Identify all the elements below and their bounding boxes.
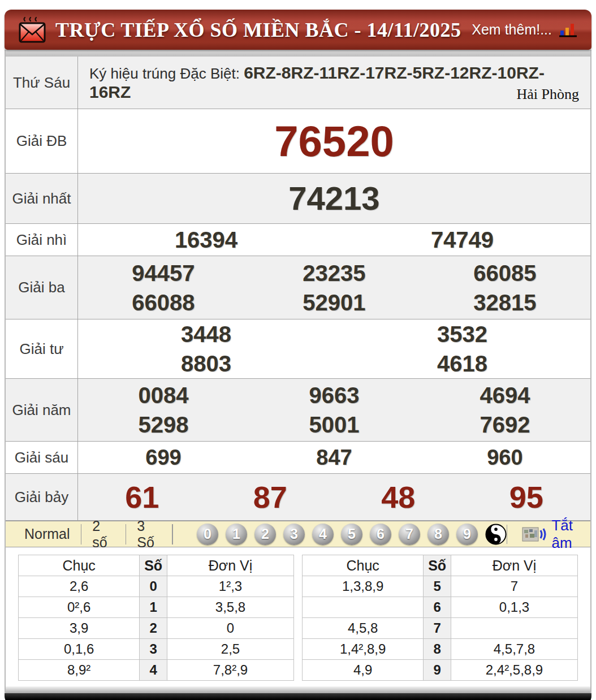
prize-number: 3448: [78, 319, 334, 349]
prize-row-sixth: Giải sáu 699 847 960: [6, 441, 590, 473]
so-cell: 2: [140, 618, 167, 639]
prize-number: 5001: [249, 410, 420, 439]
speaker-icon: [522, 526, 547, 543]
prize-label: Giải bảy: [6, 474, 78, 520]
ball-1[interactable]: 1: [226, 524, 247, 545]
prize-number: 61: [78, 482, 206, 512]
chuc-cell: 3,9: [19, 618, 140, 639]
ball-6[interactable]: 6: [370, 524, 391, 545]
stats-row: 4,9 9 2,4²,5,8,9: [303, 660, 578, 681]
prize-number: 5298: [78, 410, 249, 439]
prize-number: 66085: [420, 258, 590, 288]
prize-number: 95: [463, 482, 591, 512]
mute-area: Tắt âm: [507, 517, 582, 552]
prize-number: 23235: [249, 258, 420, 288]
prize-number: 66088: [78, 288, 249, 317]
stats-table-left: Chục Số Đơn Vị 2,6 0 1²,3 0²,6 1 3,5,8 3…: [18, 555, 294, 681]
prize-number: 74213: [78, 182, 590, 215]
col-header-donvi: Đơn Vị: [451, 555, 577, 576]
prize-number: 8803: [78, 349, 334, 378]
prize-number: 960: [420, 447, 590, 468]
mode-3so-button[interactable]: 3 Số: [126, 524, 172, 545]
signature-label: Ký hiệu trúng Đặc Biệt:: [89, 65, 244, 82]
prize-row-fifth: Giải năm 0084 9663 4694 5298 5001 7692: [6, 378, 590, 441]
signature-cell: Ký hiệu trúng Đặc Biệt: 6RZ-8RZ-11RZ-17R…: [78, 57, 590, 109]
prize-label: Giải sáu: [6, 442, 78, 473]
prize-row-fourth: Giải tư 3448 3532 8803 4618: [6, 319, 590, 378]
so-cell: 9: [424, 660, 451, 681]
col-header-so: Số: [424, 555, 451, 576]
mute-button[interactable]: Tắt âm: [522, 517, 582, 552]
stats-row: 6 0,1,3: [303, 597, 578, 618]
ball-4[interactable]: 4: [312, 524, 334, 545]
prize-label: Giải nhất: [6, 174, 78, 223]
donvi-cell: [451, 618, 577, 639]
mode-normal-button[interactable]: Normal: [14, 524, 81, 545]
mode-2so-button[interactable]: 2 số: [81, 524, 125, 545]
stats-row: 4,5,8 7: [303, 618, 578, 639]
ball-3[interactable]: 3: [283, 524, 305, 545]
donvi-cell: 2,4²,5,8,9: [451, 660, 577, 681]
prize-number: 4618: [334, 349, 590, 378]
prize-row-first: Giải nhất 74213: [6, 173, 590, 223]
prize-row-third: Giải ba 94457 23235 66085 66088 52901 32…: [6, 256, 590, 319]
col-header-donvi: Đơn Vị: [167, 555, 293, 576]
donvi-cell: 0: [167, 618, 293, 639]
bottom-shadow-bar: [5, 693, 591, 700]
divider: [507, 525, 508, 544]
so-cell: 5: [424, 576, 451, 597]
ball-9[interactable]: 9: [456, 524, 478, 545]
prize-label: Giải nhì: [6, 224, 78, 256]
ball-8[interactable]: 8: [427, 524, 449, 545]
signature-row: Thứ Sáu Ký hiệu trúng Đặc Biệt: 6RZ-8RZ-…: [6, 57, 590, 109]
number-balls: 0 1 2 3 4 5 6 7 8 9: [197, 524, 507, 545]
bar-chart-icon[interactable]: [559, 21, 578, 38]
chuc-cell: 1,3,8,9: [303, 576, 424, 597]
ball-7[interactable]: 7: [399, 524, 420, 545]
so-cell: 4: [140, 660, 167, 681]
stats-header-row: Chục Số Đơn Vị: [303, 555, 578, 576]
donvi-cell: 2,5: [167, 639, 293, 660]
divider: [172, 524, 173, 545]
chuc-cell: 4,9: [303, 660, 424, 681]
prize-row-second: Giải nhì 16394 74749: [6, 223, 590, 256]
stats-row: 1,4²,8,9 8 4,5,7,8: [303, 639, 578, 660]
page-title: TRỰC TIẾP XỔ SỐ MIỀN BẮC - 14/11/2025: [55, 18, 461, 42]
so-cell: 6: [424, 597, 451, 618]
yin-yang-icon[interactable]: [485, 524, 507, 545]
donvi-cell: 3,5,8: [167, 597, 293, 618]
see-more-link[interactable]: Xem thêm!...: [472, 21, 552, 38]
stats-row: 1,3,8,9 5 7: [303, 576, 578, 597]
stats-table-right: Chục Số Đơn Vị 1,3,8,9 5 7 6 0,1,3 4,5,8…: [302, 555, 578, 681]
content-frame: Thứ Sáu Ký hiệu trúng Đặc Biệt: 6RZ-8RZ-…: [5, 50, 591, 693]
prize-label: Giải ba: [6, 256, 78, 319]
so-cell: 7: [424, 618, 451, 639]
chuc-cell: 4,5,8: [303, 618, 424, 639]
chuc-cell: 1,4²,8,9: [303, 639, 424, 660]
chuc-cell: 0,1,6: [19, 639, 140, 660]
chuc-cell: 0²,6: [19, 597, 140, 618]
lottery-card: TRỰC TIẾP XỔ SỐ MIỀN BẮC - 14/11/2025 Xe…: [5, 10, 591, 700]
donvi-cell: 1²,3: [167, 576, 293, 597]
mute-label: Tắt âm: [551, 517, 582, 552]
prize-number: 16394: [78, 225, 334, 254]
prize-number: 94457: [78, 258, 249, 288]
weekday-label: Thứ Sáu: [6, 57, 78, 109]
ball-0[interactable]: 0: [197, 524, 218, 545]
results-table: Thứ Sáu Ký hiệu trúng Đặc Biệt: 6RZ-8RZ-…: [6, 57, 590, 521]
prize-number: 74749: [334, 225, 590, 254]
so-cell: 3: [140, 639, 167, 660]
prize-number: 48: [334, 482, 463, 512]
ball-2[interactable]: 2: [254, 524, 276, 545]
chuc-cell: 2,6: [19, 576, 140, 597]
col-header-so: Số: [140, 555, 167, 576]
control-bar: Normal 2 số 3 Số 0 1 2 3 4 5 6 7 8 9: [6, 521, 590, 547]
donvi-cell: 7: [451, 576, 577, 597]
stats-section: Chục Số Đơn Vị 2,6 0 1²,3 0²,6 1 3,5,8 3…: [6, 547, 590, 681]
so-cell: 8: [424, 639, 451, 660]
ball-5[interactable]: 5: [341, 524, 362, 545]
prize-number: 699: [78, 447, 249, 468]
prize-number: 3532: [334, 319, 590, 349]
chuc-cell: [303, 597, 424, 618]
stats-row: 2,6 0 1²,3: [19, 576, 294, 597]
